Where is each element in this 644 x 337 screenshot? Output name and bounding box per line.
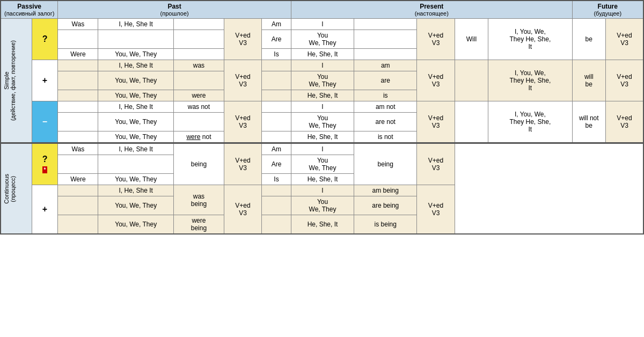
- simple-plus-marker: +: [32, 60, 58, 101]
- fut-q-aux: Will: [455, 19, 488, 60]
- pres-p-aux1: [262, 60, 291, 71]
- past-p-cop2: [174, 71, 224, 90]
- continuous-label: Continuous (процесс): [1, 143, 32, 235]
- cont-pres-p-verb: V+edV3: [417, 185, 455, 235]
- past-n-subj3: You, We, They: [98, 131, 174, 143]
- cont-question-marker: ? *: [32, 143, 58, 185]
- pres-n-subj3: He, She, It: [291, 131, 354, 143]
- cont-past-p-subj2: You, We, They: [98, 196, 174, 215]
- past-header: Past (прошлое): [58, 1, 291, 19]
- pres-n-aux1: [262, 101, 291, 113]
- cont-pres-q-aux3: Is: [262, 174, 291, 185]
- pres-q-subj1: I: [291, 19, 354, 30]
- pres-q-subj3: He, She, It: [291, 49, 354, 60]
- pres-q-cop3: [354, 49, 417, 60]
- past-p-verb: V+edV3: [224, 60, 261, 101]
- cont-past-p-being3: werebeing: [174, 215, 224, 235]
- cont-pres-p-subj2: YouWe, They: [291, 196, 354, 215]
- pres-q-subj2: YouWe, They: [291, 30, 354, 49]
- past-q-verb: V+edV3: [224, 19, 261, 60]
- pres-n-cop3: is not: [354, 131, 417, 143]
- pres-p-aux3: [262, 90, 291, 101]
- cont-pres-p-cop3: is being: [354, 215, 417, 235]
- pres-p-subj3: He, She, It: [291, 90, 354, 101]
- past-n-subj1: I, He, She It: [98, 101, 174, 113]
- cont-pres-q-being: being: [354, 143, 417, 185]
- cont-pres-p-aux3: [262, 215, 291, 235]
- cont-past-p-aux1: [58, 185, 98, 196]
- fut-p-be: willbe: [572, 60, 606, 101]
- past-q-aux-verb1: [174, 19, 224, 30]
- cont-pres-p-cop1: am being: [354, 185, 417, 196]
- pres-p-aux2: [262, 71, 291, 90]
- past-p-aux1: [58, 60, 98, 71]
- pres-q-aux3: Is: [262, 49, 291, 60]
- cont-past-p-subj3: You, We, They: [98, 215, 174, 235]
- past-n-aux3: [58, 131, 98, 143]
- past-q-subj3: You, We, They: [98, 49, 174, 60]
- pres-p-subj2: YouWe, They: [291, 71, 354, 90]
- cont-past-q-aux2: [58, 155, 98, 174]
- cont-pres-q-subj3: He, She, It: [291, 174, 354, 185]
- pres-p-subj1: I: [291, 60, 354, 71]
- cont-pres-q-aux1: Am: [262, 143, 291, 155]
- cont-past-p-verb: V+edV3: [224, 185, 261, 235]
- fut-n-aux: [455, 101, 488, 143]
- cont-past-p-aux3: [58, 215, 98, 235]
- past-q-aux-verb2: [174, 30, 224, 49]
- past-p-subj3: You, We, They: [98, 90, 174, 101]
- past-p-cop1: was: [174, 60, 224, 71]
- past-n-cop3: were not: [174, 131, 224, 143]
- cont-pres-p-subj3: He, She, It: [291, 215, 354, 235]
- pres-q-aux2: Are: [262, 30, 291, 49]
- cont-past-p-subj1: I, He, She It: [98, 185, 174, 196]
- cont-past-q-being: being: [174, 143, 224, 185]
- past-q-aux1: Was: [58, 19, 98, 30]
- past-p-cop3: were: [174, 90, 224, 101]
- pres-n-aux3: [262, 131, 291, 143]
- pres-n-cop1: am not: [354, 101, 417, 113]
- past-q-aux-verb3: [174, 49, 224, 60]
- pres-p-verb: V+edV3: [417, 60, 455, 101]
- fut-p-aux: [455, 60, 488, 101]
- past-q-aux2: [58, 30, 98, 49]
- cont-past-q-subj3: You, We, They: [98, 174, 174, 185]
- cont-pres-p-aux2: [262, 196, 291, 215]
- pres-n-subj2: YouWe, They: [291, 113, 354, 131]
- pres-n-subj1: I: [291, 101, 354, 113]
- cont-past-p-being1: wasbeing: [174, 185, 224, 215]
- past-n-subj2: You, We, They: [98, 113, 174, 131]
- cont-plus-marker: +: [32, 185, 58, 235]
- cont-past-q-subj1: I, He, She It: [98, 143, 174, 155]
- cont-pres-p-cop2: are being: [354, 196, 417, 215]
- fut-n-verb: V+edV3: [606, 101, 643, 143]
- past-n-aux1: [58, 101, 98, 113]
- past-p-subj2: You, We, They: [98, 71, 174, 90]
- cont-pres-q-subj1: I: [291, 143, 354, 155]
- passive-header: Passive (пассивный залог): [1, 1, 58, 19]
- past-q-subj2: [98, 30, 174, 49]
- pres-q-aux1: Am: [262, 19, 291, 30]
- future-header: Future (будущее): [572, 1, 643, 19]
- cont-past-p-aux2: [58, 196, 98, 215]
- fut-n-subj: I, You, We,They He, She,It: [488, 101, 572, 143]
- pres-n-aux2: [262, 113, 291, 131]
- cont-pres-p-aux1: [262, 185, 291, 196]
- past-n-aux2: [58, 113, 98, 131]
- fut-q-be: be: [572, 19, 606, 60]
- cont-past-q-subj2: [98, 155, 174, 174]
- pres-n-cop2: are not: [354, 113, 417, 131]
- pres-p-cop1: am: [354, 60, 417, 71]
- fut-p-subj: I, You, We,They He, She,It: [488, 60, 572, 101]
- future-continuous-empty: [455, 143, 643, 235]
- cont-pres-p-subj1: I: [291, 185, 354, 196]
- cont-pres-q-verb: V+edV3: [417, 143, 455, 185]
- pres-q-verb: V+edV3: [417, 19, 455, 60]
- pres-n-verb: V+edV3: [417, 101, 455, 143]
- cont-past-q-aux3: Were: [58, 174, 98, 185]
- past-q-subj1: I, He, She It: [98, 19, 174, 30]
- past-n-cop2: [174, 113, 224, 131]
- past-n-cop1: was not: [174, 101, 224, 113]
- past-p-subj1: I, He, She It: [98, 60, 174, 71]
- pres-q-cop2: [354, 30, 417, 49]
